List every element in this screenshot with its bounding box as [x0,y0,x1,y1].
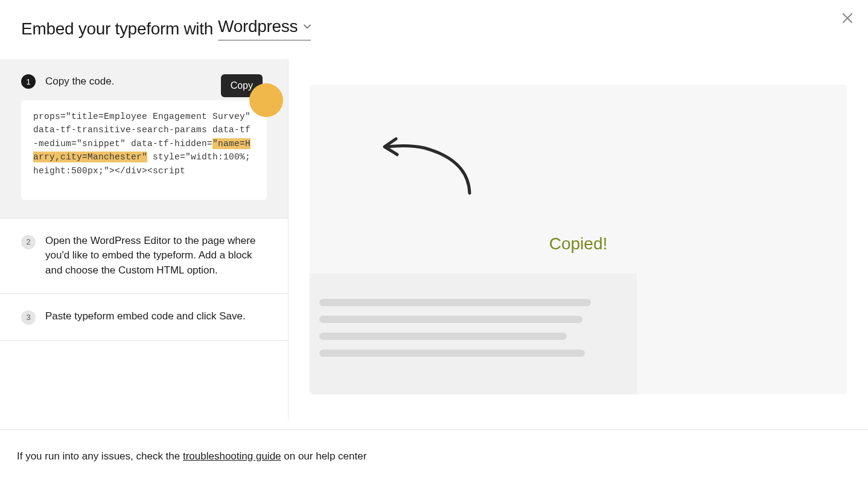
platform-dropdown[interactable]: Wordpress [218,17,311,40]
troubleshooting-link[interactable]: troubleshooting guide [183,450,281,462]
arrow-icon [379,136,476,196]
footer-text-after: on our help center [281,450,367,462]
step-2-text: Open the WordPress Editor to the page wh… [45,234,267,278]
step-1-text: Copy the code. [45,74,114,89]
skeleton-line [319,299,591,306]
step-3-number: 3 [21,310,36,325]
close-icon [842,13,853,24]
skeleton-line [319,316,582,323]
modal-header: Embed your typeform with Wordpress [0,0,868,59]
header-title: Embed your typeform with [21,19,213,39]
platform-name: Wordpress [218,17,298,36]
copied-label: Copied! [549,234,608,254]
close-button[interactable] [840,11,855,25]
step-3-text: Paste typeform embed code and click Save… [45,309,246,324]
preview-panel: Copied! [289,59,868,420]
skeleton-line [319,350,585,357]
step-2[interactable]: 2 Open the WordPress Editor to the page … [0,219,288,294]
step-1-number: 1 [21,74,36,89]
step-3[interactable]: 3 Paste typeform embed code and click Sa… [0,294,288,341]
step-3-header: 3 Paste typeform embed code and click Sa… [21,309,267,325]
main-content: 1 Copy the code. Copy props="title=Emplo… [0,59,868,420]
skeleton-document [310,273,637,394]
steps-sidebar: 1 Copy the code. Copy props="title=Emplo… [0,59,289,420]
step-2-header: 2 Open the WordPress Editor to the page … [21,234,267,278]
step-2-number: 2 [21,235,36,249]
footer-text-before: If you run into any issues, check the [17,450,183,462]
chevron-down-icon [304,24,311,29]
highlight-indicator [249,83,283,117]
preview-card: Copied! [310,85,847,394]
embed-code-box[interactable]: props="title=Employee Engagement Survey"… [21,100,267,200]
step-1: 1 Copy the code. Copy props="title=Emplo… [0,59,288,219]
skeleton-line [319,333,567,340]
footer: If you run into any issues, check the tr… [0,429,868,483]
